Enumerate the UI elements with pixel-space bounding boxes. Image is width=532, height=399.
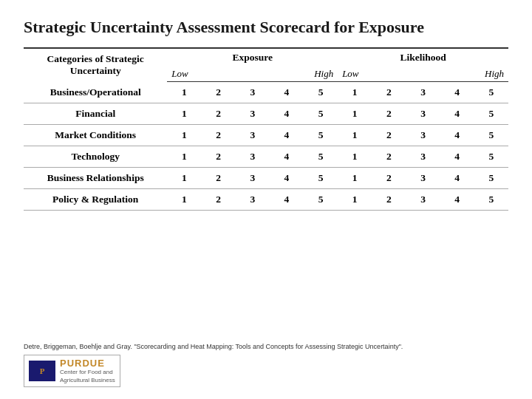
score-cell: 2 [372, 189, 406, 211]
exposure-low: Low [167, 66, 201, 82]
table-row: Market Conditions1234512345 [24, 125, 508, 146]
score-cell: 5 [304, 168, 338, 189]
score-cell: 1 [338, 103, 372, 125]
purdue-logo-graphic: P [29, 361, 55, 381]
score-cell: 1 [167, 168, 201, 189]
score-cell: 4 [270, 146, 304, 168]
exp-num2 [202, 66, 236, 82]
table-row: Policy & Regulation1234512345 [24, 189, 508, 211]
score-cell: 5 [304, 146, 338, 168]
score-cell: 1 [167, 146, 201, 168]
score-cell: 2 [372, 82, 406, 103]
score-cell: 3 [236, 189, 270, 211]
row-label: Business/Operational [24, 82, 167, 103]
score-cell: 1 [338, 189, 372, 211]
scorecard-table: Categories of Strategic Uncertainty Expo… [24, 47, 508, 211]
table-container: Categories of Strategic Uncertainty Expo… [24, 47, 508, 338]
purdue-sub1: Center for Food and [60, 369, 115, 376]
table-row: Financial1234512345 [24, 103, 508, 125]
citation: Detre, Briggeman, Boehlje and Gray. "Sco… [24, 343, 508, 350]
score-cell: 1 [338, 146, 372, 168]
score-cell: 4 [440, 189, 474, 211]
score-cell: 4 [440, 125, 474, 146]
score-cell: 4 [270, 168, 304, 189]
table-row: Business/Operational1234512345 [24, 82, 508, 103]
score-cell: 3 [236, 125, 270, 146]
row-label: Business Relationships [24, 168, 167, 189]
score-cell: 1 [338, 82, 372, 103]
purdue-name-block: PURDUE Center for Food and Agricultural … [60, 358, 115, 384]
score-cell: 1 [338, 168, 372, 189]
score-cell: 2 [372, 103, 406, 125]
score-cell: 2 [202, 168, 236, 189]
score-cell: 5 [304, 82, 338, 103]
row-label: Policy & Regulation [24, 189, 167, 211]
score-cell: 2 [202, 103, 236, 125]
score-cell: 3 [236, 82, 270, 103]
score-cell: 1 [167, 125, 201, 146]
score-cell: 3 [406, 146, 440, 168]
row-label: Financial [24, 103, 167, 125]
exp-num4 [270, 66, 304, 82]
score-cell: 3 [406, 168, 440, 189]
score-cell: 5 [304, 103, 338, 125]
score-cell: 5 [474, 146, 508, 168]
score-cell: 5 [474, 103, 508, 125]
row-label: Technology [24, 146, 167, 168]
score-cell: 5 [474, 168, 508, 189]
score-cell: 2 [202, 189, 236, 211]
score-cell: 4 [440, 82, 474, 103]
score-cell: 5 [474, 82, 508, 103]
lik-num3 [406, 66, 440, 82]
lik-num4 [440, 66, 474, 82]
score-cell: 4 [270, 125, 304, 146]
score-cell: 3 [236, 146, 270, 168]
footer-logo: P PURDUE Center for Food and Agricultura… [24, 355, 508, 387]
row-label: Market Conditions [24, 125, 167, 146]
score-cell: 3 [406, 103, 440, 125]
score-cell: 4 [440, 146, 474, 168]
score-cell: 1 [167, 189, 201, 211]
score-cell: 5 [474, 189, 508, 211]
score-cell: 3 [406, 82, 440, 103]
purdue-logo-box: P PURDUE Center for Food and Agricultura… [24, 355, 120, 387]
score-cell: 5 [304, 125, 338, 146]
purdue-name: PURDUE [60, 358, 115, 369]
page: Strategic Uncertainty Assessment Scoreca… [0, 0, 532, 399]
header-row: Categories of Strategic Uncertainty Expo… [24, 48, 508, 66]
score-cell: 3 [236, 168, 270, 189]
score-cell: 1 [338, 125, 372, 146]
exposure-header: Exposure [167, 48, 338, 66]
page-title: Strategic Uncertainty Assessment Scoreca… [24, 18, 508, 37]
score-cell: 1 [167, 82, 201, 103]
score-cell: 2 [372, 146, 406, 168]
lik-num2 [372, 66, 406, 82]
score-cell: 5 [474, 125, 508, 146]
score-cell: 2 [372, 125, 406, 146]
score-cell: 3 [406, 189, 440, 211]
likelihood-low: Low [338, 66, 372, 82]
score-cell: 3 [236, 103, 270, 125]
likelihood-header: Likelihood [338, 48, 508, 66]
score-cell: 2 [202, 125, 236, 146]
score-cell: 2 [202, 146, 236, 168]
score-cell: 1 [167, 103, 201, 125]
score-cell: 2 [372, 168, 406, 189]
exp-num3 [236, 66, 270, 82]
table-row: Technology1234512345 [24, 146, 508, 168]
score-cell: 4 [270, 82, 304, 103]
purdue-sub2: Agricultural Business [60, 377, 115, 384]
score-cell: 2 [202, 82, 236, 103]
score-cell: 4 [270, 189, 304, 211]
table-row: Business Relationships1234512345 [24, 168, 508, 189]
score-cell: 4 [440, 103, 474, 125]
score-cell: 4 [270, 103, 304, 125]
category-header: Categories of Strategic Uncertainty [24, 48, 167, 82]
score-cell: 5 [304, 189, 338, 211]
likelihood-high: High [474, 66, 508, 82]
exposure-high: High [304, 66, 338, 82]
score-cell: 3 [406, 125, 440, 146]
score-cell: 4 [440, 168, 474, 189]
